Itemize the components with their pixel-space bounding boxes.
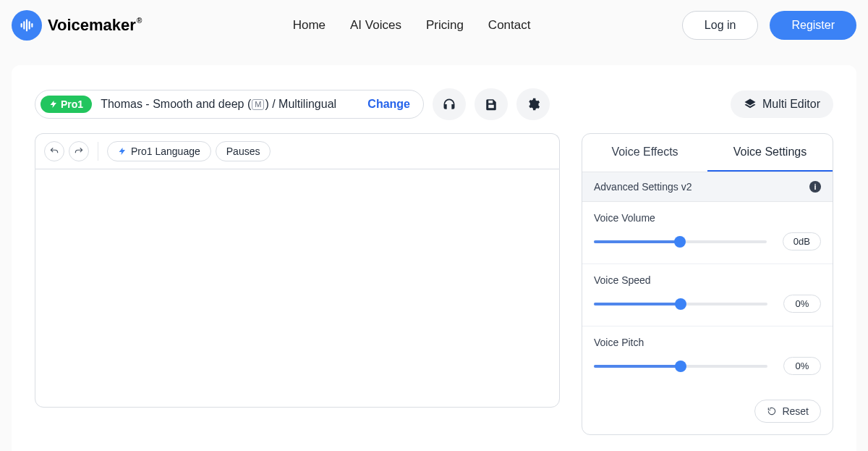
voice-speed-value: 0% xyxy=(783,295,821,313)
pro-badge: Pro1 xyxy=(41,96,92,113)
save-button[interactable] xyxy=(475,88,508,120)
divider xyxy=(98,142,98,161)
settings-button[interactable] xyxy=(516,88,550,120)
tab-voice-settings[interactable]: Voice Settings xyxy=(707,134,833,172)
editor-toolbar: Pro1 Language Pauses xyxy=(35,133,560,169)
logo-mark xyxy=(12,10,42,41)
undo-icon xyxy=(49,146,59,156)
info-icon[interactable]: i xyxy=(809,181,821,193)
logo[interactable]: Voicemaker® xyxy=(12,10,141,41)
redo-button[interactable] xyxy=(69,141,89,161)
voice-pitch-value: 0% xyxy=(783,357,821,375)
top-nav: Home AI Voices Pricing Contact xyxy=(293,18,531,33)
headphones-icon xyxy=(442,97,456,111)
nav-contact[interactable]: Contact xyxy=(488,18,531,33)
advanced-settings-row[interactable]: Advanced Settings v2 i xyxy=(582,172,833,202)
settings-tabs: Voice Effects Voice Settings xyxy=(582,134,833,172)
voice-speed-slider[interactable] xyxy=(594,298,767,310)
brand-name: Voicemaker® xyxy=(48,16,141,35)
voice-selector: Pro1 Thomas - Smooth and deep (M) / Mult… xyxy=(35,90,424,119)
voice-settings-panel: Voice Effects Voice Settings Advanced Se… xyxy=(582,133,833,435)
main-card: Pro1 Thomas - Smooth and deep (M) / Mult… xyxy=(12,65,856,451)
redo-icon xyxy=(74,146,84,156)
nav-ai-voices[interactable]: AI Voices xyxy=(350,18,401,33)
voice-pitch-slider[interactable] xyxy=(594,361,767,372)
gear-icon xyxy=(526,97,540,111)
pauses-button[interactable]: Pauses xyxy=(216,141,271,161)
voice-pitch-label: Voice Pitch xyxy=(594,337,821,348)
change-voice-button[interactable]: Change xyxy=(367,98,410,111)
login-button[interactable]: Log in xyxy=(682,11,759,40)
waveform-icon xyxy=(19,17,35,33)
text-editor[interactable] xyxy=(35,169,560,408)
bolt-icon xyxy=(49,100,58,109)
voice-toolbar: Pro1 Thomas - Smooth and deep (M) / Mult… xyxy=(35,88,833,120)
header: Voicemaker® Home AI Voices Pricing Conta… xyxy=(0,0,868,51)
pro-language-button[interactable]: Pro1 Language xyxy=(107,141,211,161)
undo-button[interactable] xyxy=(44,141,64,161)
voice-volume-label: Voice Volume xyxy=(594,212,821,224)
voice-volume-value: 0dB xyxy=(783,232,821,250)
voice-speed-label: Voice Speed xyxy=(594,274,821,286)
editor-column: Pro1 Language Pauses xyxy=(35,133,560,435)
gender-tag: M xyxy=(252,99,264,110)
voice-volume-slider[interactable] xyxy=(594,236,767,248)
layers-icon xyxy=(744,98,757,111)
save-icon xyxy=(485,98,498,111)
register-button[interactable]: Register xyxy=(770,11,856,40)
auth-buttons: Log in Register xyxy=(682,11,856,40)
voice-volume-block: Voice Volume 0dB xyxy=(582,202,833,264)
voice-speed-block: Voice Speed 0% xyxy=(582,264,833,326)
nav-home[interactable]: Home xyxy=(293,18,326,33)
bolt-icon xyxy=(118,147,127,156)
refresh-icon xyxy=(767,406,777,416)
tab-voice-effects[interactable]: Voice Effects xyxy=(582,134,707,172)
reset-button[interactable]: Reset xyxy=(754,400,821,423)
voice-name: Thomas - Smooth and deep (M) / Multiling… xyxy=(101,98,359,111)
preview-audio-button[interactable] xyxy=(433,88,466,120)
multi-editor-button[interactable]: Multi Editor xyxy=(731,90,833,118)
editor-row: Pro1 Language Pauses Voice Effects Voice… xyxy=(35,133,833,435)
voice-pitch-block: Voice Pitch 0% xyxy=(582,326,833,388)
nav-pricing[interactable]: Pricing xyxy=(426,18,464,33)
